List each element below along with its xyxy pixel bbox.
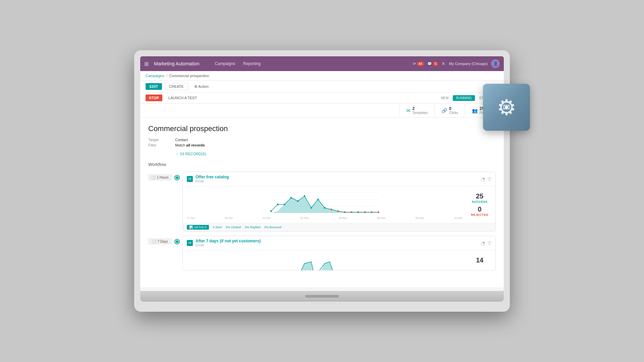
step-time-1: 🕐 1 Hours: [148, 174, 172, 181]
svg-point-9: [304, 195, 306, 197]
stat-clicks-info: 0 Clicks: [449, 106, 458, 115]
campaign-title: Commercial prospection: [148, 124, 496, 133]
arrow-icon: →: [175, 152, 179, 156]
chart-label-1-3: 02 Nov: [300, 217, 309, 220]
user-avatar[interactable]: 👤: [491, 59, 500, 68]
stat-clicks[interactable]: 🔗 0 Clicks: [434, 104, 465, 117]
nav-reporting[interactable]: Reporting: [240, 60, 264, 67]
records-count: 53 RECORD(S): [180, 152, 206, 156]
floating-icon-wrapper: ⚙ ✉: [497, 95, 516, 120]
nav-menu: Campaigns Reporting: [211, 60, 407, 67]
app-title: Marketing Automation: [154, 61, 199, 66]
success-stat-1: 25 SUCCESS: [472, 192, 487, 203]
svg-point-14: [337, 210, 339, 212]
rejected-count-1: 0: [471, 205, 488, 213]
target-label: Target: [148, 138, 168, 142]
breadcrumb-bar: Campaigns / Commercial prospection: [140, 71, 504, 81]
target-value: Contact: [175, 138, 188, 142]
create-button[interactable]: CREATE: [165, 83, 188, 90]
nav-campaigns[interactable]: Campaigns: [211, 60, 238, 67]
filter-icon-1[interactable]: ▽: [488, 176, 491, 182]
edit-button[interactable]: EDIT: [146, 83, 162, 90]
action-menu[interactable]: ⚙ Action: [194, 84, 209, 89]
stats-col-2: 14: [468, 253, 491, 267]
email-card-header-2: ✉ After 7 days (if not yet customers) Em…: [183, 236, 495, 250]
laptop-shell: ⊞ Marketing Automation Campaigns Reporti…: [134, 50, 510, 312]
grid-icon[interactable]: ⊞: [144, 61, 149, 67]
laptop-base: [140, 291, 504, 302]
rejected-stat-1: 0 REJECTED: [471, 205, 488, 217]
svg-point-10: [311, 207, 312, 209]
email-type-2: Email: [196, 243, 261, 247]
success-count-2: 14: [476, 256, 483, 264]
footer-bounced-1: 0% Bounced: [264, 226, 281, 229]
records-link[interactable]: → 53 RECORD(S): [175, 152, 496, 156]
svg-point-19: [371, 212, 373, 213]
close-button[interactable]: ✕: [441, 61, 445, 66]
breadcrumb-parent[interactable]: Campaigns: [146, 74, 164, 78]
chart-icon-footer: 📊: [189, 226, 193, 229]
email-card-body-1: 27 Oct 29 Oct 31 Oct 02 Nov 04 Nov 06 No…: [183, 186, 495, 223]
tab-running[interactable]: RUNNING: [453, 95, 475, 101]
chart-labels-1: 27 Oct 29 Oct 31 Oct 02 Nov 04 Nov 06 No…: [187, 217, 463, 220]
clock-icon-1: 🕐: [151, 176, 155, 179]
email-name-2[interactable]: After 7 days (if not yet customers): [196, 239, 261, 243]
svg-point-11: [317, 199, 319, 200]
step-time-2: 🕐 7 Days: [148, 238, 172, 245]
email-name-1[interactable]: Offer free catalog: [196, 175, 229, 179]
chart-label-1-2: 31 Oct: [263, 217, 271, 220]
stat-templates[interactable]: ✉ 2 Templates: [399, 104, 435, 117]
action-bar: EDIT CREATE ⚙ Action 1 / 1 ‹ ›: [140, 81, 504, 93]
footer-replied-1: 0% Replied: [245, 226, 260, 229]
step-duration-1: 1 Hours: [157, 176, 168, 179]
details-button-1[interactable]: 📊 DETAILS: [187, 225, 209, 230]
step-duration-2: 7 Days: [157, 240, 168, 243]
templates-count: 2: [413, 106, 428, 111]
success-count-1: 25: [472, 192, 487, 200]
pie-chart-icon-2[interactable]: ◔: [481, 240, 485, 246]
filter-icon-2[interactable]: ▽: [488, 240, 491, 246]
chart-label-1-1: 29 Oct: [225, 217, 233, 220]
company-name: My Company (Chicago): [449, 62, 488, 66]
svg-point-13: [331, 209, 332, 210]
step-row-1: 🕐 1 Hours ✉ Offer free catalog Email: [148, 172, 496, 232]
chart-svg-2: [187, 253, 463, 270]
step-dot-1: [175, 176, 179, 180]
participants-icon: 👥: [472, 108, 478, 113]
meta-filter-row: Filter Match all records: [148, 143, 496, 147]
clicks-label: Clicks: [449, 111, 458, 115]
step-row-2: 🕐 7 Days ✉ After 7 days (if not yet cust…: [148, 236, 496, 270]
workflow-label: Workflow: [148, 162, 496, 167]
pie-chart-icon-1[interactable]: ◔: [481, 176, 485, 182]
stats-bar: ✉ 2 Templates 🔗 0 Clicks 👥 25 Participan…: [140, 104, 504, 118]
envelope-icon: ✉: [407, 108, 411, 113]
stats-col-1: 25 SUCCESS 0 REJECTED: [468, 189, 491, 220]
success-stat-2: 14: [476, 256, 483, 264]
stop-button[interactable]: STOP: [146, 95, 162, 101]
gear-icon: ⚙: [194, 84, 198, 88]
svg-point-15: [344, 212, 346, 213]
email-card-1: ✉ Offer free catalog Email ◔ ▽: [182, 172, 496, 232]
card-actions-2: ◔ ▽: [481, 240, 491, 246]
email-icon-2: ✉: [187, 240, 193, 246]
filter-value: Match all records: [175, 143, 205, 147]
status-bar: STOP LAUNCH A TEST NEW RUNNING STOPPED: [140, 93, 504, 104]
success-label-1: SUCCESS: [472, 200, 487, 203]
chart-label-1-0: 27 Oct: [187, 217, 195, 220]
chart-label-1-5: 06 Nov: [377, 217, 385, 220]
laptop-screen: ⊞ Marketing Automation Campaigns Reporti…: [140, 56, 504, 291]
meta-target-row: Target Contact: [148, 138, 496, 142]
workflow-steps: 🕐 1 Hours ✉ Offer free catalog Email: [148, 172, 496, 270]
activity-count: 44: [417, 62, 424, 66]
message-icon: 💬: [427, 62, 432, 66]
svg-point-17: [358, 212, 359, 213]
launch-test-button[interactable]: LAUNCH A TEST: [165, 95, 200, 101]
clicks-count: 0: [449, 106, 458, 111]
nav-badge-activity[interactable]: ⟳ 44: [413, 62, 424, 66]
nav-badge-messages[interactable]: 💬 5: [427, 62, 438, 66]
action-label: Action: [198, 84, 209, 88]
svg-point-18: [364, 212, 366, 213]
tab-new[interactable]: NEW: [437, 95, 452, 101]
details-label-1: DETAILS: [194, 226, 207, 229]
floating-marketing-icon: ⚙ ✉: [483, 84, 530, 131]
